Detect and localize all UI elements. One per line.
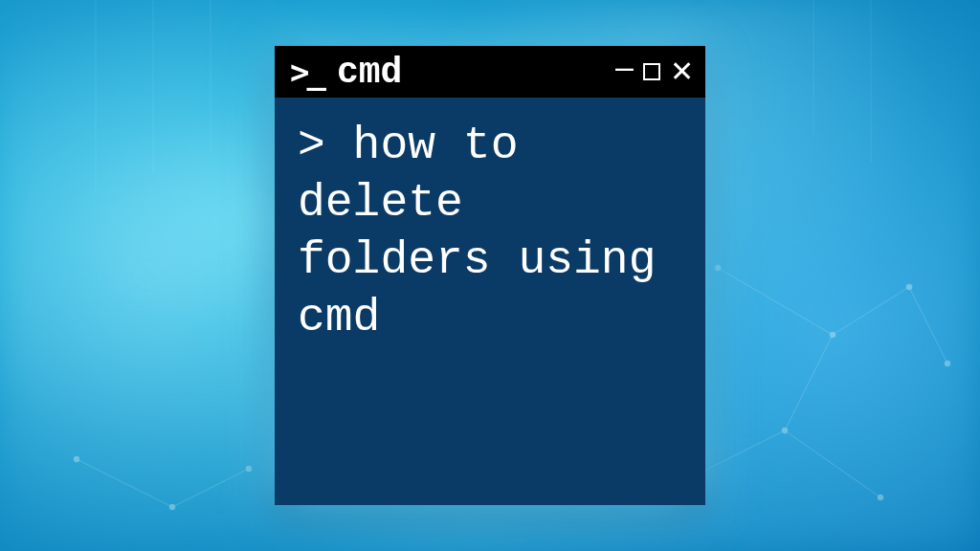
window-controls: – ✕: [615, 55, 694, 88]
svg-point-10: [878, 495, 883, 500]
terminal-window: >_ cmd – ✕ > how to delete folders using…: [275, 46, 705, 505]
svg-line-2: [785, 335, 833, 430]
terminal-text: > how to delete folders using cmd: [298, 117, 682, 346]
svg-point-8: [906, 284, 912, 290]
svg-point-6: [715, 265, 721, 271]
window-title: cmd: [337, 52, 604, 93]
minimize-button[interactable]: –: [615, 50, 634, 82]
svg-line-5: [909, 287, 947, 364]
svg-point-15: [74, 456, 79, 462]
svg-point-7: [830, 332, 835, 338]
close-button[interactable]: ✕: [670, 57, 694, 86]
svg-line-0: [718, 268, 833, 335]
svg-point-9: [782, 428, 788, 433]
svg-line-1: [833, 287, 909, 335]
terminal-body[interactable]: > how to delete folders using cmd: [275, 98, 705, 505]
svg-line-14: [172, 469, 249, 507]
svg-point-12: [945, 361, 950, 366]
svg-line-3: [785, 430, 880, 497]
title-bar[interactable]: >_ cmd – ✕: [275, 46, 705, 98]
svg-line-13: [77, 459, 172, 507]
prompt-icon: >_: [290, 55, 323, 88]
svg-point-16: [169, 504, 175, 510]
svg-point-17: [246, 466, 252, 472]
maximize-button[interactable]: [643, 63, 660, 80]
